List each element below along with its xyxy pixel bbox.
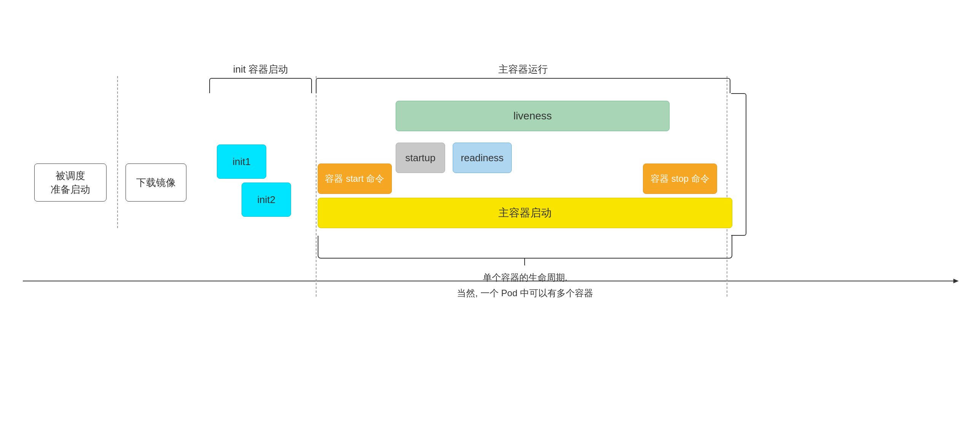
bottom-note: 单个容器的生命周期. 当然, 一个 Pod 中可以有多个容器 xyxy=(318,270,732,301)
readiness-box: readiness xyxy=(453,143,512,173)
main-container-start-box: 主容器启动 xyxy=(318,198,732,228)
init-section-label: init 容器启动 xyxy=(209,63,312,76)
bottom-brace xyxy=(318,236,732,259)
liveness-box: liveness xyxy=(396,101,670,131)
dotted-line-1 xyxy=(117,76,118,228)
container-stop-box: 容器 stop 命令 xyxy=(643,164,717,194)
init2-box: init2 xyxy=(242,183,291,217)
download-image-box: 下载镜像 xyxy=(126,164,186,202)
main-section-label: 主容器运行 xyxy=(316,63,730,76)
dotted-line-2 xyxy=(316,76,317,297)
scheduled-box: 被调度 准备启动 xyxy=(34,164,107,202)
init1-box: init1 xyxy=(217,144,266,179)
main-section-bracket xyxy=(316,78,730,93)
bottom-brace-tick xyxy=(524,258,525,265)
init-section-bracket xyxy=(209,78,312,93)
startup-box: startup xyxy=(396,143,445,173)
container-start-box: 容器 start 命令 xyxy=(318,164,392,194)
dotted-line-3 xyxy=(727,76,727,297)
diagram-container: init 容器启动 主容器运行 被调度 准备启动 下载镜像 init1 init… xyxy=(23,46,966,388)
main-right-bracket xyxy=(731,93,746,236)
